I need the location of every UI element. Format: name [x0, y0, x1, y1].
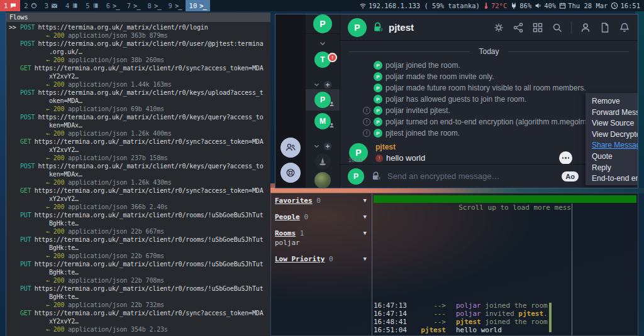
collapse-arrow-icon[interactable]: ▼	[364, 256, 367, 262]
room-header: P pjtest	[340, 14, 638, 41]
encrypted-lock-icon	[372, 21, 384, 33]
flow-method: POST	[20, 113, 35, 121]
room-avatar-statue[interactable]	[306, 151, 340, 172]
state-event: Ppoljar joined the room.	[363, 60, 629, 71]
flow-list: >>POSThttps://termina.org.uk/_matrix/cli…	[6, 22, 270, 333]
workspace-9[interactable]: 9 >_	[165, 0, 186, 11]
flow-row[interactable]: GEThttps://termina.org.uk/_matrix/client…	[9, 64, 270, 72]
flow-row[interactable]: >>POSThttps://termina.org.uk/_matrix/cli…	[9, 23, 270, 31]
roomlist-section-rooms[interactable]: Rooms 1 ▼ poljar	[275, 229, 368, 247]
room-avatar[interactable]: P	[348, 18, 367, 37]
members-icon[interactable]	[580, 22, 591, 33]
room-avatar-M[interactable]: M	[306, 111, 340, 132]
workspace-4[interactable]: 4	[62, 0, 82, 11]
community-sidebar	[275, 14, 306, 188]
flow-row[interactable]: POSThttps://termina.org.uk/_matrix/clien…	[9, 40, 270, 48]
header-divider	[571, 22, 572, 33]
flow-url-cont: xY2xvY2…	[9, 195, 270, 203]
settings-gear-icon[interactable]	[493, 22, 504, 33]
menu-item-share-message[interactable]: Share Message	[592, 140, 638, 151]
workspace-6[interactable]: 6 >_	[103, 0, 123, 11]
flow-row[interactable]: GEThttps://termina.org.uk/_matrix/client…	[9, 138, 270, 146]
flow-url-cont: ken=MDAx…	[9, 170, 270, 178]
avatar: P	[374, 61, 382, 70]
avatar: P	[313, 14, 332, 33]
workspace-10[interactable]: 10 >_	[186, 0, 210, 11]
chevron-down-icon[interactable]	[314, 144, 319, 149]
workspace-label: 4	[65, 2, 69, 9]
flow-response: ← 200 application/json 22b 708ms	[9, 276, 270, 285]
flow-row[interactable]: PUThttps://termina.org.uk/_matrix/client…	[9, 260, 270, 268]
format-toggle-button[interactable]: Ao	[562, 171, 579, 182]
people-button[interactable]	[280, 138, 301, 158]
menu-item-remove[interactable]: Remove	[592, 96, 638, 107]
flow-row[interactable]: POSThttps://termina.org.uk/_matrix/clien…	[9, 89, 270, 97]
collapse-arrow-icon[interactable]: ▼	[364, 197, 367, 203]
collapse-arrow-icon[interactable]: ▼	[364, 230, 367, 236]
notifications-bell-icon[interactable]	[619, 22, 630, 33]
room-list-item[interactable]: poljar	[275, 239, 368, 247]
flow-url: https://termina.org.uk/_matrix/client/r0…	[35, 138, 264, 145]
workspace-7[interactable]: 7 >_	[123, 0, 144, 11]
room-avatar-P-selected[interactable]: P	[306, 89, 340, 111]
flow-response: ← 200 application/json 22b 667ms	[9, 227, 270, 236]
flow-response: ← 200 application/json 1.26k 400ms	[9, 129, 270, 138]
help-button[interactable]	[280, 163, 301, 183]
roomlist-section-favorites[interactable]: Favorites 0 ▼	[275, 197, 368, 205]
chevron-down-icon[interactable]	[314, 83, 319, 87]
apps-grid-icon[interactable]	[532, 22, 543, 33]
menu-item-e2e-info[interactable]: End-to-end encry	[592, 173, 638, 185]
flow-row[interactable]: PUThttps://termina.org.uk/_matrix/client…	[9, 236, 270, 244]
flow-focus-marker: >>	[9, 23, 20, 31]
user-avatar-slot[interactable]: P	[306, 14, 340, 34]
roomlist-section-low-priority[interactable]: Low Priority 0 ▼	[275, 255, 368, 263]
section-collapse[interactable]	[319, 38, 326, 49]
status-bar: 1 2 3 4 5 6 >_	[0, 0, 644, 11]
flow-url-cont: BgHk:te…	[9, 293, 270, 301]
avatar: P	[374, 95, 382, 104]
menu-item-reply[interactable]: Reply	[592, 163, 638, 174]
add-room-icon[interactable]	[323, 80, 332, 89]
room-avatar-photo[interactable]	[306, 172, 340, 188]
menu-item-quote[interactable]: Quote	[592, 151, 638, 163]
menu-item-view-source[interactable]: View Source	[592, 118, 638, 129]
workspace-2[interactable]: 2	[20, 0, 40, 11]
flow-meta: application/json 363b 879ms	[68, 32, 168, 39]
flow-row[interactable]: GEThttps://termina.org.uk/_matrix/client…	[9, 187, 270, 195]
section-count: 0	[304, 213, 308, 221]
menu-item-view-decrypted-source[interactable]: View Decrypted S	[592, 129, 638, 141]
composer-placeholder[interactable]: Send an encrypted message…	[387, 171, 500, 181]
menu-item-forward[interactable]: Forward Message	[592, 107, 638, 119]
flow-row[interactable]: POSThttps://termina.org.uk/_matrix/clien…	[9, 113, 270, 121]
message-options-button[interactable]	[559, 151, 572, 164]
flow-row[interactable]: GEThttps://termina.org.uk/_matrix/client…	[9, 309, 270, 317]
flow-row[interactable]: PUThttps://termina.org.uk/_matrix/client…	[9, 211, 270, 219]
collapse-arrow-icon[interactable]: ▼	[364, 214, 367, 220]
search-icon[interactable]	[552, 22, 563, 33]
flow-response: ← 200 application/json 22b 670ms	[9, 252, 270, 260]
workspace-label: 6	[106, 2, 110, 9]
thermometer-icon	[483, 2, 489, 9]
workspace-3[interactable]: 3	[41, 0, 62, 11]
time-text: 16:51	[620, 2, 640, 9]
flow-method: GET	[20, 187, 31, 195]
roomlist-section-people[interactable]: People 0 ▼	[275, 213, 368, 221]
state-event: Ppoljar made the room invite only.	[363, 71, 629, 82]
workspace-label: 8	[148, 2, 152, 9]
log-timestamp: 16:47:13	[374, 301, 408, 310]
statue-icon	[318, 156, 328, 167]
add-room-icon[interactable]	[323, 142, 332, 151]
flow-row[interactable]: POSThttps://termina.org.uk/_matrix/clien…	[9, 162, 270, 170]
workspace-5[interactable]: 5	[82, 0, 102, 11]
workspace-8[interactable]: 8 >_	[144, 0, 165, 11]
avatar: P	[374, 117, 382, 126]
flow-method: GET	[20, 309, 31, 317]
files-icon[interactable]	[599, 22, 611, 33]
avatar: P	[374, 129, 382, 138]
flow-response: ← 200 application/json 1.26k 430ms	[9, 178, 270, 187]
workspace-1[interactable]: 1	[0, 0, 20, 11]
share-icon[interactable]	[513, 22, 524, 33]
room-avatar-T[interactable]: T !	[306, 49, 340, 70]
flow-url: https://termina.org.uk/_matrix/client/r0…	[35, 261, 264, 268]
flow-row[interactable]: PUThttps://termina.org.uk/_matrix/client…	[9, 285, 270, 293]
